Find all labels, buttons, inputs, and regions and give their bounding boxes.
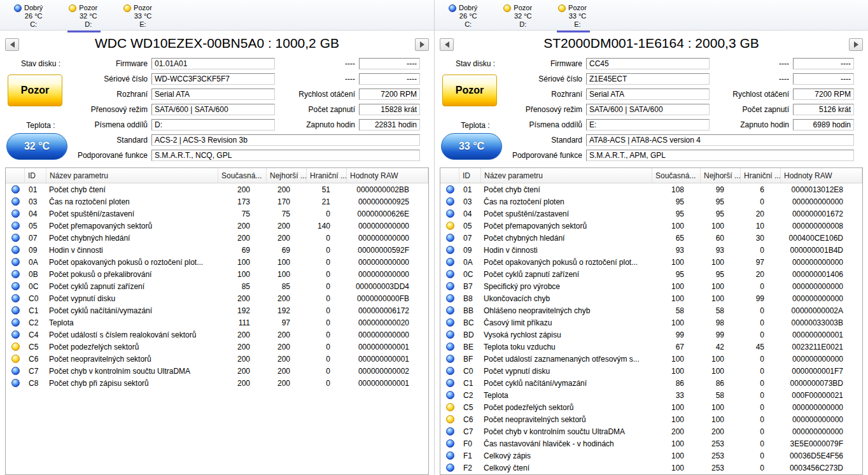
next-disk-button[interactable] bbox=[849, 38, 863, 51]
drive-item[interactable]: Pozor 32 °C D: bbox=[502, 3, 535, 33]
col-worst[interactable]: Nejhorší ... bbox=[701, 168, 741, 183]
drive-status-icon bbox=[449, 4, 456, 12]
smart-attribute-row[interactable]: C6 Počet neopravitelných sektorů 100 100… bbox=[440, 413, 862, 425]
drive-item[interactable]: Dobrý 26 °C C: bbox=[13, 3, 46, 33]
smart-attribute-row[interactable]: C0 Počet vypnutí disku 200 200 0 0000000… bbox=[6, 292, 428, 304]
health-status-button[interactable]: Pozor bbox=[442, 74, 497, 106]
smart-attribute-row[interactable]: 01 Počet chyb čtení 108 99 6 0000013012E… bbox=[440, 183, 862, 195]
health-status-button[interactable]: Pozor bbox=[8, 74, 62, 106]
attribute-threshold: 0 bbox=[741, 246, 781, 255]
attribute-current: 200 bbox=[218, 379, 267, 388]
smart-attribute-row[interactable]: B8 Ukončovacích chyb 100 100 99 00000000… bbox=[440, 292, 862, 304]
info-label: Písmena oddílů bbox=[511, 120, 586, 129]
smart-attribute-row[interactable]: 05 Počet přemapovaných sektorů 200 200 1… bbox=[6, 220, 428, 232]
smart-attribute-row[interactable]: 04 Počet spuštění/zastavení 75 75 0 0000… bbox=[6, 208, 428, 220]
attribute-threshold: 0 bbox=[741, 439, 781, 448]
smart-attribute-row[interactable]: 07 Počet chybných hledání 65 60 30 00040… bbox=[440, 232, 862, 244]
smart-attribute-row[interactable]: C8 Počet chyb při zápisu sektorů 200 200… bbox=[6, 377, 428, 389]
temperature-badge[interactable]: 32 °C bbox=[6, 133, 67, 160]
smart-attribute-row[interactable]: C2 Teplota 111 97 0 000000000020 bbox=[6, 316, 428, 329]
smart-attribute-row[interactable]: 0A Počet opakovaných pokusů o roztočení … bbox=[440, 256, 862, 268]
drive-letter: E: bbox=[139, 20, 146, 29]
smart-attribute-row[interactable]: C5 Počet podezřelých sektorů 100 100 0 0… bbox=[440, 401, 862, 413]
smart-attribute-row[interactable]: 03 Čas na roztočení ploten 173 170 21 00… bbox=[6, 195, 428, 208]
drive-status-icon bbox=[503, 4, 511, 12]
smart-attribute-row[interactable]: C7 Počet chyb v kontrolním součtu UltraD… bbox=[6, 365, 428, 377]
attribute-worst: 200 bbox=[267, 185, 307, 194]
col-current[interactable]: Současná... bbox=[652, 168, 701, 183]
drive-item[interactable]: Pozor 33 °C E: bbox=[122, 3, 155, 33]
drive-item[interactable]: Dobrý 26 °C C: bbox=[447, 3, 480, 33]
smart-attribute-row[interactable]: C1 Počet cyklů načítání/vymazání 192 192… bbox=[6, 304, 428, 316]
disk-panel-left: Dobrý 26 °C C: Pozor 32 °C D: bbox=[0, 0, 434, 475]
smart-attribute-row[interactable]: F0 Čas nastavování hlaviček - v hodinách… bbox=[440, 437, 862, 450]
info-value: SATA/600 | SATA/600 bbox=[586, 104, 710, 115]
smart-attribute-row[interactable]: 07 Počet chybných hledání 200 200 0 0000… bbox=[6, 232, 428, 244]
col-current[interactable]: Současná... bbox=[218, 168, 267, 183]
smart-attribute-row[interactable]: 0B Počet pokusů o překalibrování 100 100… bbox=[6, 268, 428, 280]
attribute-status-cell bbox=[440, 415, 459, 423]
attribute-raw: 0003456C273D bbox=[781, 464, 862, 472]
info-value: SATA/600 | SATA/600 bbox=[151, 104, 275, 115]
attribute-raw: 000000000002 bbox=[347, 367, 428, 376]
smart-attribute-row[interactable]: C6 Počet neopravitelných sektorů 200 200… bbox=[6, 353, 428, 365]
col-name[interactable]: Název parametru bbox=[481, 168, 652, 183]
smart-attribute-row[interactable]: 09 Hodin v činnosti 93 93 0 000000001B4D bbox=[440, 244, 862, 256]
smart-attribute-row[interactable]: F1 Celkový zápis 100 253 0 00036D5E4F56 bbox=[440, 450, 862, 462]
smart-attribute-row[interactable]: BB Ohlášeno neopravitelných chyb 58 58 0… bbox=[440, 304, 862, 316]
smart-attribute-row[interactable]: C2 Teplota 33 58 0 000F00000021 bbox=[440, 389, 862, 401]
smart-attribute-row[interactable]: BF Počet událostí zaznamenaných otřesový… bbox=[440, 353, 862, 365]
attribute-current: 100 bbox=[652, 403, 701, 412]
attribute-worst: 42 bbox=[701, 343, 741, 351]
attribute-raw: 000000001406 bbox=[781, 270, 862, 279]
col-id[interactable]: ID bbox=[459, 168, 481, 183]
attribute-id: B8 bbox=[459, 294, 481, 303]
col-worst[interactable]: Nejhorší ... bbox=[267, 168, 307, 183]
smart-attribute-row[interactable]: BE Teplota toku vzduchu 67 42 45 0023211… bbox=[440, 341, 862, 353]
smart-attribute-row[interactable]: BC Časový limit příkazu 100 98 0 0000003… bbox=[440, 316, 862, 329]
col-name[interactable]: Název parametru bbox=[46, 168, 218, 183]
smart-attribute-row[interactable]: 01 Počet chyb čtení 200 200 51 000000000… bbox=[6, 183, 428, 195]
smart-attribute-row[interactable]: F2 Celkový čtení 100 253 0 0003456C273D bbox=[440, 462, 862, 474]
info-row: Standard ATA8-ACS | ATA8-ACS version 4 bbox=[511, 132, 854, 148]
col-raw[interactable]: Hodnoty RAW bbox=[347, 168, 428, 183]
drive-letter: D: bbox=[85, 20, 92, 29]
smart-attribute-row[interactable]: 0C Počet cyklů zapnutí zařízení 85 85 0 … bbox=[6, 280, 428, 292]
smart-attribute-row[interactable]: B7 Specifický pro výrobce 100 100 0 0000… bbox=[440, 280, 862, 292]
smart-attribute-row[interactable]: 03 Čas na roztočení ploten 95 95 0 00000… bbox=[440, 195, 862, 208]
attribute-status-icon bbox=[446, 294, 454, 302]
smart-attribute-row[interactable]: 09 Hodin v činnosti 69 69 0 00000000592F bbox=[6, 244, 428, 256]
smart-attribute-row[interactable]: 0C Počet cyklů zapnutí zařízení 95 95 20… bbox=[440, 268, 862, 280]
smart-attribute-row[interactable]: C4 Počet událostí s číslem realokování s… bbox=[6, 329, 428, 341]
prev-disk-button[interactable] bbox=[5, 38, 19, 51]
info-value: 7200 RPM bbox=[359, 89, 420, 100]
smart-attribute-row[interactable]: 04 Počet spuštění/zastavení 95 95 20 000… bbox=[440, 208, 862, 220]
smart-attribute-row[interactable]: C7 Počet chyb v kontrolním součtu UltraD… bbox=[440, 425, 862, 437]
col-threshold[interactable]: Hraniční ... bbox=[741, 168, 781, 183]
attribute-current: 100 bbox=[652, 451, 701, 460]
smart-attribute-row[interactable]: 05 Počet přemapovaných sektorů 100 100 1… bbox=[440, 220, 862, 232]
temperature-badge[interactable]: 33 °C bbox=[441, 133, 502, 160]
drive-item[interactable]: Pozor 32 °C D: bbox=[67, 3, 101, 33]
attribute-status-icon bbox=[11, 367, 20, 375]
col-raw[interactable]: Hodnoty RAW bbox=[781, 168, 862, 183]
drive-item[interactable]: Pozor 33 °C E: bbox=[557, 3, 590, 33]
next-disk-button[interactable] bbox=[415, 38, 429, 51]
drive-status-label: Pozor bbox=[79, 4, 97, 12]
info-row: Přenosový režim SATA/600 | SATA/600 Poče… bbox=[76, 102, 420, 117]
smart-attribute-row[interactable]: BD Vysoká rychlost zápisu 99 99 0 000000… bbox=[440, 329, 862, 341]
attribute-name: Hodin v činnosti bbox=[481, 246, 652, 255]
info-value: CC45 bbox=[586, 58, 710, 69]
attribute-current: 100 bbox=[218, 258, 267, 267]
attribute-status-icon bbox=[446, 330, 454, 339]
drive-letter: E: bbox=[574, 20, 580, 29]
prev-disk-button[interactable] bbox=[440, 38, 454, 51]
col-threshold[interactable]: Hraniční ... bbox=[307, 168, 347, 183]
attribute-raw: 00000000592F bbox=[347, 246, 428, 255]
smart-attribute-row[interactable]: C5 Počet podezřelých sektorů 200 200 0 0… bbox=[6, 341, 428, 353]
smart-attribute-row[interactable]: 0A Počet opakovaných pokusů o roztočení … bbox=[6, 256, 428, 268]
smart-attribute-row[interactable]: C1 Počet cyklů načítání/vymazání 86 86 0… bbox=[440, 377, 862, 389]
attribute-worst: 253 bbox=[701, 451, 741, 460]
col-id[interactable]: ID bbox=[25, 168, 46, 183]
smart-attribute-row[interactable]: C0 Počet vypnutí disku 100 100 0 0000000… bbox=[440, 365, 862, 377]
